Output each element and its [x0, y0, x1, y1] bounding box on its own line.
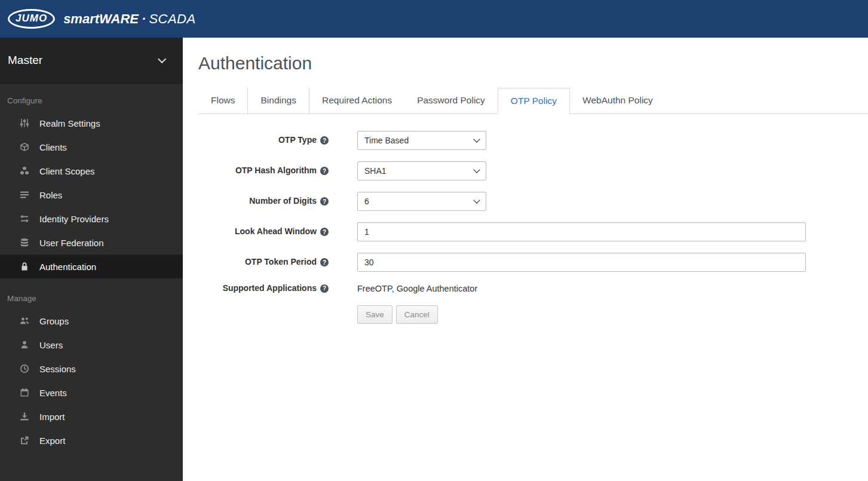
help-icon[interactable]: ? [320, 258, 329, 266]
otp-hash-algorithm-label: OTP Hash Algorithm [235, 166, 317, 176]
sidebar-item-users[interactable]: Users [0, 333, 183, 357]
sidebar-item-export[interactable]: Export [0, 428, 183, 452]
number-of-digits-select[interactable]: 6 [357, 192, 486, 211]
select-value: 6 [364, 197, 369, 206]
cubes-icon [19, 166, 30, 176]
sidebar-item-client-scopes[interactable]: Client Scopes [0, 159, 183, 183]
tab-label: OTP Policy [511, 96, 557, 106]
import-icon [19, 412, 30, 421]
tab-label: Flows [211, 95, 235, 105]
tab-required-actions[interactable]: Required Actions [309, 88, 404, 114]
help-icon[interactable]: ? [320, 136, 329, 145]
sidebar-item-groups[interactable]: Groups [0, 309, 183, 333]
sidebar-item-authentication[interactable]: Authentication [0, 255, 183, 278]
save-button[interactable]: Save [357, 305, 392, 324]
otp-hash-algorithm-select[interactable]: SHA1 [357, 161, 486, 180]
otp-policy-form: OTP Type ? Time Based OTP Hash Algorithm… [198, 131, 868, 324]
export-icon [19, 436, 30, 445]
tab-flows[interactable]: Flows [198, 88, 247, 114]
sidebar-section-manage: Manage Groups Users [0, 278, 183, 452]
realm-selector[interactable]: Master [0, 38, 183, 84]
form-row-otp-hash-algorithm: OTP Hash Algorithm ? SHA1 [198, 161, 868, 180]
tab-label: Required Actions [322, 95, 392, 105]
chevron-down-icon [473, 197, 480, 203]
list-icon [19, 190, 30, 200]
number-of-digits-label: Number of Digits [249, 196, 317, 207]
sidebar-item-label: Clients [39, 142, 67, 152]
help-icon[interactable]: ? [320, 197, 329, 206]
sidebar-item-realm-settings[interactable]: Realm Settings [0, 111, 183, 135]
chevron-down-icon [158, 55, 166, 63]
help-icon[interactable]: ? [320, 228, 329, 236]
lock-icon [19, 262, 30, 271]
sidebar-item-label: Roles [39, 190, 62, 200]
brand-smartware: smartWARE [63, 11, 139, 26]
sidebar-item-events[interactable]: Events [0, 381, 183, 405]
sidebar-item-label: Users [39, 340, 63, 350]
sidebar: Master Configure Realm Settings Clients [0, 38, 183, 481]
sidebar-item-label: User Federation [39, 238, 104, 248]
app-header: JUMO smartWARE·SCADA [0, 0, 868, 38]
jumo-logo-text: JUMO [8, 9, 55, 29]
user-icon [19, 340, 30, 350]
otp-token-period-label: OTP Token Period [245, 257, 317, 268]
sliders-icon [19, 118, 30, 128]
otp-type-select[interactable]: Time Based [357, 131, 486, 150]
main-content: Authentication Flows Bindings Required A… [183, 38, 868, 481]
form-row-look-ahead-window: Look Ahead Window ? [198, 222, 868, 241]
chevron-down-icon [473, 166, 480, 173]
select-value: SHA1 [364, 166, 387, 176]
sidebar-item-label: Events [39, 388, 67, 398]
tab-label: Password Policy [417, 95, 485, 105]
chevron-down-icon [473, 136, 480, 142]
brand-separator: · [139, 11, 149, 26]
sidebar-section-configure: Configure Realm Settings Clients [0, 84, 183, 278]
sidebar-item-label: Import [39, 412, 65, 422]
form-row-supported-applications: Supported Applications ? FreeOTP, Google… [198, 283, 868, 294]
form-row-otp-token-period: OTP Token Period ? [198, 253, 868, 272]
exchange-icon [19, 214, 30, 223]
users-group-icon [19, 316, 30, 326]
sidebar-item-label: Realm Settings [39, 118, 100, 128]
tab-label: Bindings [260, 95, 296, 105]
form-row-number-of-digits: Number of Digits ? 6 [198, 192, 868, 211]
tab-label: WebAuthn Policy [582, 95, 653, 105]
sidebar-item-label: Sessions [39, 364, 76, 374]
sidebar-item-clients[interactable]: Clients [0, 135, 183, 159]
brand-title: smartWARE·SCADA [63, 11, 196, 27]
brand-scada: SCADA [149, 11, 195, 26]
form-buttons: Save Cancel [357, 305, 868, 324]
sidebar-item-label: Client Scopes [39, 166, 95, 176]
tab-webauthn-policy[interactable]: WebAuthn Policy [570, 88, 665, 114]
otp-type-label: OTP Type [278, 135, 317, 146]
sidebar-item-roles[interactable]: Roles [0, 183, 183, 207]
help-icon[interactable]: ? [320, 167, 329, 175]
sidebar-item-user-federation[interactable]: User Federation [0, 231, 183, 255]
look-ahead-window-label: Look Ahead Window [235, 226, 317, 237]
app-root: JUMO smartWARE·SCADA Master Configure Re… [0, 0, 868, 481]
tab-password-policy[interactable]: Password Policy [404, 88, 498, 114]
section-title-manage: Manage [0, 278, 183, 309]
database-icon [19, 238, 30, 247]
cancel-button[interactable]: Cancel [396, 305, 438, 324]
sidebar-item-label: Groups [39, 316, 69, 326]
select-value: Time Based [364, 136, 409, 145]
sidebar-item-label: Identity Providers [39, 214, 109, 224]
jumo-logo[interactable]: JUMO [8, 9, 55, 29]
form-row-otp-type: OTP Type ? Time Based [198, 131, 868, 150]
sidebar-item-sessions[interactable]: Sessions [0, 357, 183, 381]
tab-bindings[interactable]: Bindings [247, 88, 309, 114]
cube-icon [19, 142, 30, 152]
section-title-configure: Configure [0, 84, 183, 111]
look-ahead-window-input[interactable] [357, 222, 806, 241]
realm-name: Master [8, 54, 42, 67]
calendar-icon [19, 388, 30, 397]
clock-icon [19, 364, 30, 373]
sidebar-item-import[interactable]: Import [0, 405, 183, 428]
otp-token-period-input[interactable] [357, 253, 806, 272]
sidebar-item-identity-providers[interactable]: Identity Providers [0, 207, 183, 231]
supported-applications-value: FreeOTP, Google Authenticator [357, 284, 477, 293]
supported-applications-label: Supported Applications [223, 283, 317, 294]
tab-otp-policy[interactable]: OTP Policy [498, 88, 570, 114]
help-icon[interactable]: ? [320, 284, 329, 293]
